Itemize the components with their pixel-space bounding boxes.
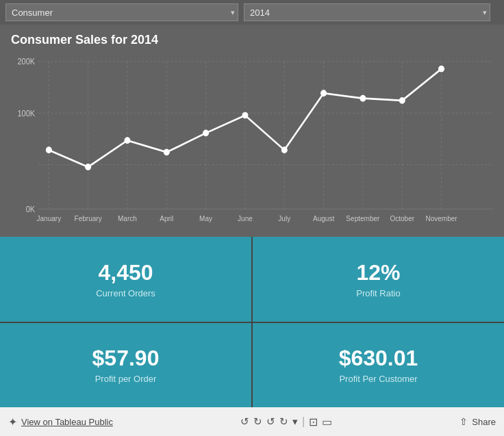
tableau-icon: ✦ xyxy=(8,415,17,428)
profit-per-customer-label: Profit Per Customer xyxy=(339,374,417,384)
svg-text:November: November xyxy=(425,214,457,222)
svg-text:January: January xyxy=(36,214,61,222)
consumer-select-wrapper[interactable]: Consumer xyxy=(5,3,238,21)
tableau-label: View on Tableau Public xyxy=(21,417,113,427)
line-chart: 200K 100K 0K xyxy=(11,54,493,224)
camera-button[interactable]: ⊡ xyxy=(309,415,318,428)
consumer-select[interactable]: Consumer xyxy=(5,3,238,21)
svg-text:200K: 200K xyxy=(17,57,35,66)
chart-container: 200K 100K 0K xyxy=(11,54,493,224)
toolbar: Consumer 2014 xyxy=(0,0,504,25)
year-select[interactable]: 2014 xyxy=(244,3,490,21)
kpi-profit-per-order: $57.90 Profit per Order xyxy=(0,323,251,408)
undo-button[interactable]: ↺ xyxy=(240,415,249,428)
profit-per-order-label: Profit per Order xyxy=(95,374,157,384)
divider: | xyxy=(302,415,305,428)
chart-area: Consumer Sales for 2014 200K 100K 0K xyxy=(0,25,504,237)
kpi-profit-ratio: 12% Profit Ratio xyxy=(253,237,504,322)
kpi-profit-per-customer: $630.01 Profit Per Customer xyxy=(253,323,504,408)
svg-text:100K: 100K xyxy=(17,109,35,117)
redo-button[interactable]: ↻ xyxy=(253,415,262,428)
svg-text:February: February xyxy=(75,214,103,222)
current-orders-label: Current Orders xyxy=(96,288,155,298)
share-icon: ⇧ xyxy=(459,416,468,427)
chart-title: Consumer Sales for 2014 xyxy=(11,33,493,47)
svg-text:0K: 0K xyxy=(26,205,36,213)
dropdown-button[interactable]: ▾ xyxy=(292,415,298,428)
profit-per-order-value: $57.90 xyxy=(92,346,160,371)
svg-point-25 xyxy=(321,90,327,97)
svg-text:June: June xyxy=(238,214,253,222)
svg-text:April: April xyxy=(160,214,173,222)
svg-text:September: September xyxy=(346,214,380,222)
svg-text:May: May xyxy=(199,214,213,222)
year-select-wrapper[interactable]: 2014 xyxy=(244,3,490,21)
svg-text:July: July xyxy=(278,214,291,222)
kpi-grid: 4,450 Current Orders 12% Profit Ratio $5… xyxy=(0,237,504,407)
svg-point-21 xyxy=(164,149,169,155)
bottom-bar: ✦ View on Tableau Public ↺ ↻ ↺ ↻ ▾ | ⊡ ▭… xyxy=(0,407,504,436)
svg-text:August: August xyxy=(313,214,334,222)
svg-point-20 xyxy=(125,138,130,144)
svg-point-28 xyxy=(439,66,444,72)
svg-point-24 xyxy=(281,147,287,153)
profit-ratio-value: 12% xyxy=(356,260,400,285)
svg-point-19 xyxy=(86,164,91,170)
current-orders-value: 4,450 xyxy=(98,260,153,285)
svg-point-22 xyxy=(203,130,209,136)
svg-text:March: March xyxy=(118,214,137,222)
kpi-current-orders: 4,450 Current Orders xyxy=(0,237,251,322)
profit-ratio-label: Profit Ratio xyxy=(356,288,400,298)
svg-point-27 xyxy=(399,98,405,104)
share-section[interactable]: ⇧ Share xyxy=(459,416,496,427)
back-button[interactable]: ↺ xyxy=(266,415,275,428)
svg-point-18 xyxy=(46,147,51,153)
bottom-controls: ↺ ↻ ↺ ↻ ▾ | ⊡ ▭ xyxy=(240,415,332,428)
tableau-link[interactable]: ✦ View on Tableau Public xyxy=(8,415,113,428)
svg-text:October: October xyxy=(390,214,414,222)
device-button[interactable]: ▭ xyxy=(322,415,332,428)
share-label: Share xyxy=(472,417,496,427)
svg-point-23 xyxy=(242,112,248,118)
profit-per-customer-value: $630.01 xyxy=(339,346,418,371)
forward-button[interactable]: ↻ xyxy=(279,415,288,428)
svg-point-26 xyxy=(360,95,366,101)
